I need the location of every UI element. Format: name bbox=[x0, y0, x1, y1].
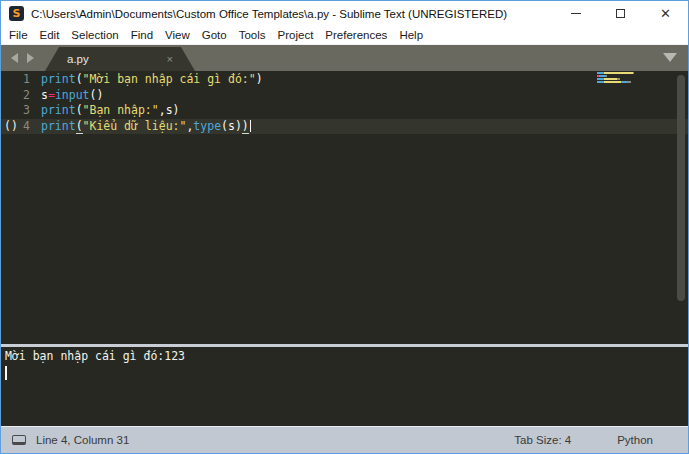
output-caret bbox=[5, 366, 7, 380]
code-text: s=input() bbox=[30, 88, 103, 104]
line-number: 1 bbox=[18, 72, 30, 88]
tab-close-icon[interactable]: × bbox=[167, 53, 173, 65]
arrow-left-icon bbox=[11, 53, 18, 63]
menu-item-view[interactable]: View bbox=[159, 29, 196, 41]
close-icon: ✕ bbox=[660, 7, 671, 20]
tab-label: a.py bbox=[67, 53, 89, 65]
window-title: C:\Users\Admin\Documents\Custom Office T… bbox=[31, 8, 553, 20]
tab-overflow-dropdown-icon[interactable] bbox=[663, 53, 677, 62]
minimap[interactable] bbox=[597, 72, 649, 84]
menu-item-find[interactable]: Find bbox=[125, 29, 159, 41]
line-number: 4 bbox=[18, 119, 30, 135]
tab-bar: a.py × bbox=[1, 45, 688, 71]
status-bar: Line 4, Column 31 Tab Size: 4 Python bbox=[1, 426, 688, 453]
menu-item-help[interactable]: Help bbox=[393, 29, 429, 41]
menu-item-goto[interactable]: Goto bbox=[196, 29, 233, 41]
gutter-marker: () bbox=[1, 119, 18, 135]
cursor-position: Line 4, Column 31 bbox=[36, 434, 129, 446]
close-button[interactable]: ✕ bbox=[643, 1, 688, 26]
menu-item-project[interactable]: Project bbox=[272, 29, 320, 41]
menu-item-selection[interactable]: Selection bbox=[65, 29, 124, 41]
arrow-right-icon bbox=[27, 53, 34, 63]
menu-bar: FileEditSelectionFindViewGotoToolsProjec… bbox=[1, 26, 688, 45]
output-text: Mời bạn nhập cái gì đó:123 bbox=[5, 349, 684, 364]
code-line-2[interactable]: 2s=input() bbox=[1, 88, 688, 104]
code-text: print("Kiểu dữ liệu:",type(s)) bbox=[30, 119, 251, 135]
code-text: print("Mời bạn nhập cái gì đó:") bbox=[30, 72, 263, 88]
code-line-3[interactable]: 3print("Bạn nhập:",s) bbox=[1, 103, 688, 119]
tab-navigation bbox=[1, 45, 41, 71]
window-controls: ✕ bbox=[553, 1, 688, 26]
title-bar: S C:\Users\Admin\Documents\Custom Office… bbox=[1, 1, 688, 26]
code-text: print("Bạn nhập:",s) bbox=[30, 103, 180, 119]
line-number: 3 bbox=[18, 103, 30, 119]
menu-item-edit[interactable]: Edit bbox=[34, 29, 66, 41]
vertical-scrollbar[interactable] bbox=[677, 75, 685, 301]
line-number: 2 bbox=[18, 88, 30, 104]
status-right: Tab Size: 4 Python bbox=[514, 434, 688, 446]
menu-item-file[interactable]: File bbox=[3, 29, 34, 41]
tab-size-indicator[interactable]: Tab Size: 4 bbox=[514, 434, 571, 446]
maximize-button[interactable] bbox=[598, 1, 643, 26]
code-line-1[interactable]: 1print("Mời bạn nhập cái gì đó:") bbox=[1, 72, 688, 88]
code-editor[interactable]: 1print("Mời bạn nhập cái gì đó:")2s=inpu… bbox=[1, 71, 688, 344]
code-line-4[interactable]: ()4print("Kiểu dữ liệu:",type(s)) bbox=[1, 119, 688, 135]
sublime-text-icon: S bbox=[9, 6, 24, 21]
text-caret bbox=[250, 120, 252, 132]
menu-item-tools[interactable]: Tools bbox=[233, 29, 272, 41]
menu-item-preferences[interactable]: Preferences bbox=[319, 29, 393, 41]
sublime-text-window: S C:\Users\Admin\Documents\Custom Office… bbox=[0, 0, 689, 454]
language-indicator[interactable]: Python bbox=[617, 434, 653, 446]
minimize-icon bbox=[571, 13, 581, 14]
minimize-button[interactable] bbox=[553, 1, 598, 26]
maximize-icon bbox=[616, 9, 625, 18]
status-left: Line 4, Column 31 bbox=[1, 434, 514, 446]
build-output-panel[interactable]: Mời bạn nhập cái gì đó:123 bbox=[1, 347, 688, 426]
toggle-panel-icon[interactable] bbox=[12, 435, 26, 445]
prev-tab-button[interactable] bbox=[8, 52, 21, 65]
tab-a-py[interactable]: a.py × bbox=[45, 47, 195, 71]
next-tab-button[interactable] bbox=[24, 52, 37, 65]
